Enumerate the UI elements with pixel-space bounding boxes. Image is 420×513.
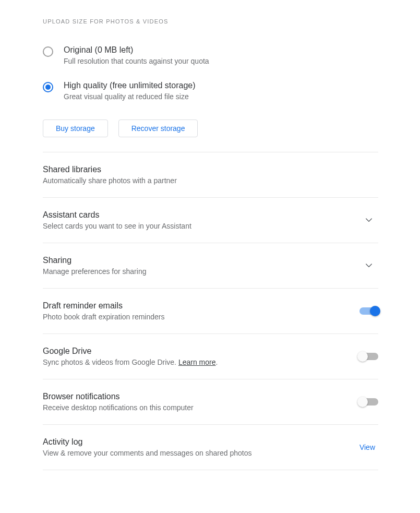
setting-shared-libraries[interactable]: Shared libraries Automatically share pho… bbox=[43, 152, 378, 198]
radio-title: High quality (free unlimited storage) bbox=[64, 81, 196, 90]
setting-title: Browser notifications bbox=[43, 392, 194, 401]
setting-title: Draft reminder emails bbox=[43, 301, 164, 311]
learn-more-link[interactable]: Learn more bbox=[178, 358, 216, 366]
section-header: UPLOAD SIZE FOR PHOTOS & VIDEOS bbox=[43, 18, 378, 25]
recover-storage-button[interactable]: Recover storage bbox=[118, 120, 198, 137]
setting-title: Sharing bbox=[43, 256, 146, 265]
setting-desc: Automatically share photos with a partne… bbox=[43, 176, 177, 185]
toggle-browser-notifications[interactable] bbox=[359, 398, 378, 405]
storage-buttons: Buy storage Recover storage bbox=[43, 120, 378, 137]
setting-title: Shared libraries bbox=[43, 165, 177, 174]
setting-text: Activity log View & remove your comments… bbox=[43, 437, 252, 457]
radio-title: Original (0 MB left) bbox=[64, 45, 209, 55]
radio-icon bbox=[43, 46, 53, 57]
buy-storage-button[interactable]: Buy storage bbox=[43, 120, 108, 137]
setting-title: Activity log bbox=[43, 437, 252, 447]
upload-size-radio-group: Original (0 MB left) Full resolution tha… bbox=[43, 45, 378, 101]
setting-draft-reminder: Draft reminder emails Photo book draft e… bbox=[43, 289, 378, 334]
toggle-knob bbox=[370, 306, 380, 316]
radio-desc: Full resolution that counts against your… bbox=[64, 57, 209, 65]
setting-text: Assistant cards Select cards you want to… bbox=[43, 210, 191, 230]
setting-desc: View & remove your comments and messages… bbox=[43, 449, 252, 457]
desc-suffix: . bbox=[216, 358, 218, 366]
setting-desc: Photo book draft expiration reminders bbox=[43, 313, 164, 321]
setting-text: Browser notifications Receive desktop no… bbox=[43, 392, 194, 412]
setting-title: Google Drive bbox=[43, 347, 218, 356]
setting-text: Google Drive Sync photos & videos from G… bbox=[43, 347, 218, 366]
setting-text: Draft reminder emails Photo book draft e… bbox=[43, 301, 164, 321]
radio-text: Original (0 MB left) Full resolution tha… bbox=[64, 45, 209, 65]
toggle-knob bbox=[357, 397, 368, 407]
view-link[interactable]: View bbox=[359, 443, 375, 451]
setting-title: Assistant cards bbox=[43, 210, 191, 220]
setting-activity-log: Activity log View & remove your comments… bbox=[43, 425, 378, 470]
chevron-down-icon bbox=[363, 214, 375, 226]
setting-desc: Select cards you want to see in your Ass… bbox=[43, 222, 191, 230]
radio-option-high-quality[interactable]: High quality (free unlimited storage) Gr… bbox=[43, 81, 378, 101]
radio-text: High quality (free unlimited storage) Gr… bbox=[64, 81, 196, 101]
setting-sharing[interactable]: Sharing Manage preferences for sharing bbox=[43, 243, 378, 289]
toggle-draft-reminder[interactable] bbox=[359, 307, 378, 315]
toggle-knob bbox=[357, 351, 368, 362]
setting-desc: Manage preferences for sharing bbox=[43, 267, 146, 276]
setting-google-drive: Google Drive Sync photos & videos from G… bbox=[43, 334, 378, 379]
radio-option-original[interactable]: Original (0 MB left) Full resolution tha… bbox=[43, 45, 378, 65]
toggle-google-drive[interactable] bbox=[359, 353, 378, 360]
setting-text: Sharing Manage preferences for sharing bbox=[43, 256, 146, 276]
radio-icon bbox=[43, 82, 53, 92]
setting-assistant-cards[interactable]: Assistant cards Select cards you want to… bbox=[43, 198, 378, 243]
radio-desc: Great visual quality at reduced file siz… bbox=[64, 92, 196, 101]
chevron-down-icon bbox=[363, 259, 375, 272]
setting-desc: Sync photos & videos from Google Drive. … bbox=[43, 358, 218, 366]
setting-desc: Receive desktop notifications on this co… bbox=[43, 403, 194, 412]
setting-browser-notifications: Browser notifications Receive desktop no… bbox=[43, 379, 378, 425]
desc-prefix: Sync photos & videos from Google Drive. bbox=[43, 358, 178, 366]
setting-text: Shared libraries Automatically share pho… bbox=[43, 165, 177, 185]
